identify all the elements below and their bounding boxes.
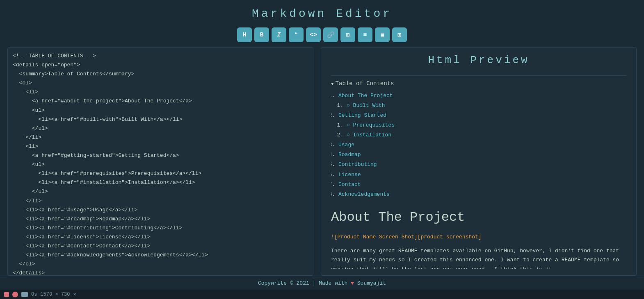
toc-link-about[interactable]: About The Project: [338, 93, 393, 99]
toc-link-installation[interactable]: Installation: [353, 132, 392, 138]
status-bar: 0s 644 × 299 ✕: [0, 290, 644, 299]
list-item: Installation: [347, 131, 626, 140]
list-item: Prerequisites: [347, 121, 626, 130]
toolbar: H B I ❝ <> 🔗 ⊡ ≡ ≣ ⊞: [0, 24, 644, 47]
editor-content[interactable]: <!-- TABLE OF CONTENTS --> <details open…: [13, 52, 308, 276]
toc-link-roadmap[interactable]: Roadmap: [338, 152, 361, 158]
app-header: Markdown Editor: [0, 0, 644, 24]
toc-details[interactable]: Table of Contents About The Project Buil…: [331, 79, 626, 199]
list-item: Acknowledgements: [338, 190, 626, 199]
link-button[interactable]: 🔗: [323, 27, 338, 42]
toc-link-getting-started[interactable]: Getting Started: [338, 112, 386, 118]
list-item: Contributing: [338, 160, 626, 169]
camera-icon: [21, 292, 28, 297]
status-close[interactable]: ✕: [73, 291, 76, 297]
status-time-label: 0s: [31, 292, 37, 297]
image-button[interactable]: ⊡: [340, 27, 355, 42]
status-record-icon: [12, 292, 18, 297]
toc-link-contributing[interactable]: Contributing: [338, 161, 377, 168]
list-item: Usage: [338, 140, 626, 150]
table-button[interactable]: ⊞: [392, 27, 407, 42]
toc-sublist: Prerequisites Installation: [338, 121, 626, 140]
status-time: 0s: [31, 292, 37, 297]
toc-sublist: Built With: [338, 101, 626, 110]
status-dimensions: 644 × 299: [40, 292, 70, 297]
list-item: License: [338, 170, 626, 179]
preview-title: Html Preview: [331, 54, 626, 72]
footer-text: Copywrite © 2021 | Made with: [258, 280, 347, 286]
list-item: Contact: [338, 180, 626, 189]
toc-link-prerequisites[interactable]: Prerequisites: [353, 122, 395, 128]
about-heading: About The Project: [331, 206, 626, 229]
main-area: <!-- TABLE OF CONTENTS --> <details open…: [0, 47, 644, 276]
preview-divider: [331, 75, 626, 76]
status-camera-item: [21, 292, 28, 297]
heading-button[interactable]: H: [237, 27, 252, 42]
toc-list: About The Project Built With Getting Sta…: [331, 91, 626, 199]
list-item: Roadmap: [338, 150, 626, 159]
bold-button[interactable]: B: [254, 27, 269, 42]
toc-link-built-with[interactable]: Built With: [353, 102, 385, 109]
footer-author: Soumyajit: [357, 280, 386, 286]
about-paragraph: There are many great README templates av…: [331, 247, 626, 269]
quote-button[interactable]: ❝: [289, 27, 304, 42]
app-footer: Copywrite © 2021 | Made with ♥ Soumyajit: [0, 276, 644, 290]
list-item: About The Project Built With: [338, 91, 626, 110]
code-button[interactable]: <>: [306, 27, 321, 42]
toc-link-license[interactable]: License: [338, 172, 361, 178]
toc-link-contact[interactable]: Contact: [338, 181, 361, 188]
preview-pane: Html Preview Table of Contents About The…: [321, 47, 637, 276]
toc-summary[interactable]: Table of Contents: [331, 79, 626, 89]
toc-title-label: Table of Contents: [336, 79, 394, 89]
ordered-list-button[interactable]: ≣: [375, 27, 390, 42]
screenshot-link: ![Product Name Screen Shot][product-scre…: [331, 233, 626, 242]
list-item: Getting Started Prerequisites Installati…: [338, 111, 626, 140]
status-stop-icon: [4, 292, 9, 297]
editor-pane[interactable]: <!-- TABLE OF CONTENTS --> <details open…: [7, 47, 313, 276]
toc-link-acknowledgements[interactable]: Acknowledgements: [338, 191, 390, 197]
close-icon[interactable]: ✕: [73, 291, 76, 297]
preview-body: Table of Contents About The Project Buil…: [331, 79, 626, 269]
heart-icon: ♥: [351, 280, 357, 286]
list-item: Built With: [347, 101, 626, 110]
toc-link-usage[interactable]: Usage: [338, 142, 354, 148]
status-record-item: [4, 292, 9, 297]
status-record-item2: [12, 292, 18, 297]
status-dimensions-label: 644 × 299: [40, 292, 70, 297]
italic-button[interactable]: I: [272, 27, 286, 42]
unordered-list-button[interactable]: ≡: [358, 27, 372, 42]
app-title: Markdown Editor: [0, 7, 644, 20]
